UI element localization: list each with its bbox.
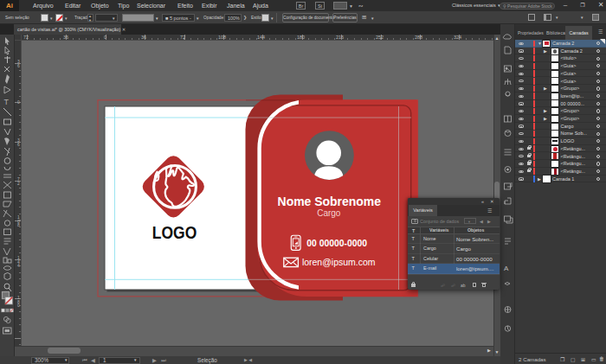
svg-text:Nome Sobrenome: Nome Sobrenome xyxy=(278,195,382,208)
svg-text:T: T xyxy=(4,98,10,106)
svg-text:Cargo: Cargo xyxy=(317,208,341,218)
svg-text:loren@ipsum.com: loren@ipsum.com xyxy=(302,257,376,267)
svg-text:00 00000-0000: 00 00000-0000 xyxy=(306,238,367,248)
svg-text:A: A xyxy=(504,265,509,272)
svg-text:LOGO: LOGO xyxy=(152,223,197,242)
